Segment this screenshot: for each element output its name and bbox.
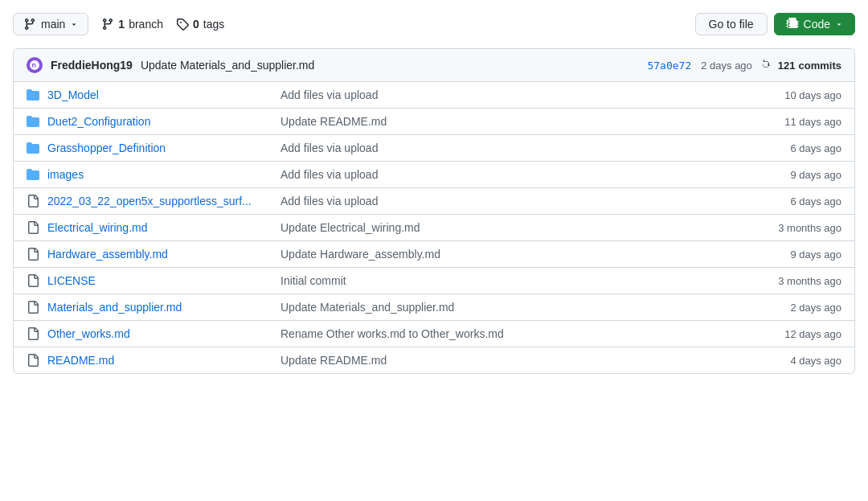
file-commit-message: Add files via upload	[280, 142, 729, 154]
file-name[interactable]: LICENSE	[47, 274, 272, 287]
file-time: 10 days ago	[737, 89, 841, 101]
file-icon	[27, 195, 39, 207]
file-icon	[27, 301, 39, 314]
commit-header: FreddieHong19 Update Materials_and_suppl…	[14, 49, 854, 82]
code-chevron-icon	[835, 20, 843, 28]
top-bar-right: Go to file Code	[695, 13, 856, 35]
branch-selector[interactable]: main	[13, 13, 88, 35]
commit-hash[interactable]: 57a0e72	[647, 60, 691, 72]
file-time: 12 days ago	[737, 328, 841, 340]
table-row: README.mdUpdate README.md4 days ago	[14, 347, 854, 373]
commit-message: Update Materials_and_supplier.md	[141, 59, 640, 72]
file-time: 6 days ago	[737, 142, 841, 154]
tag-icon	[176, 18, 189, 31]
top-bar: main 1 branch 0 tags Go to file Cod	[13, 13, 855, 35]
file-commit-message: Add files via upload	[280, 88, 729, 101]
file-name[interactable]: Materials_and_supplier.md	[47, 301, 272, 314]
table-row: Electrical_wiring.mdUpdate Electrical_wi…	[14, 215, 854, 241]
file-commit-message: Initial commit	[280, 274, 729, 287]
table-row: imagesAdd files via upload9 days ago	[14, 162, 854, 188]
file-time: 4 days ago	[737, 355, 841, 367]
branches-link[interactable]: 1 branch	[101, 18, 163, 31]
avatar	[27, 57, 43, 73]
file-table: FreddieHong19 Update Materials_and_suppl…	[13, 48, 855, 374]
table-row: LICENSEInitial commit3 months ago	[14, 268, 854, 294]
file-time: 9 days ago	[737, 169, 841, 181]
history-icon	[762, 59, 775, 72]
file-commit-message: Rename Other works.md to Other_works.md	[280, 327, 729, 340]
file-commit-message: Update Electrical_wiring.md	[280, 221, 729, 234]
file-name[interactable]: Hardware_assembly.md	[47, 248, 272, 261]
file-time: 9 days ago	[737, 248, 841, 261]
table-row: Grasshopper_DefinitionAdd files via uplo…	[14, 135, 854, 162]
file-commit-message: Update Materials_and_supplier.md	[280, 301, 729, 314]
file-commit-message: Add files via upload	[280, 168, 729, 181]
table-row: 2022_03_22_open5x_supportless_surf...Add…	[14, 188, 854, 215]
file-name[interactable]: README.md	[47, 354, 272, 367]
folder-icon	[27, 115, 39, 128]
file-commit-message: Update README.md	[280, 115, 729, 128]
file-icon	[27, 248, 39, 261]
file-icon	[27, 274, 39, 287]
file-time: 6 days ago	[737, 195, 841, 207]
table-row: 3D_ModelAdd files via upload10 days ago	[14, 82, 854, 109]
file-name[interactable]: 2022_03_22_open5x_supportless_surf...	[47, 195, 272, 207]
branch-name: main	[41, 18, 65, 31]
code-icon	[786, 18, 799, 31]
branches-icon	[101, 18, 114, 31]
chevron-down-icon	[70, 20, 78, 28]
tags-text: tags	[203, 18, 224, 31]
folder-icon	[27, 168, 39, 181]
tags-link[interactable]: 0 tags	[176, 18, 224, 31]
file-name[interactable]: Other_works.md	[47, 327, 272, 340]
file-name[interactable]: images	[47, 168, 272, 181]
branches-text: branch	[129, 18, 163, 31]
code-label: Code	[804, 18, 830, 31]
tags-count: 0	[193, 18, 199, 31]
file-rows-container: 3D_ModelAdd files via upload10 days ago …	[14, 82, 854, 373]
branches-count: 1	[118, 18, 125, 31]
commit-author[interactable]: FreddieHong19	[51, 59, 133, 72]
commits-count-wrapper[interactable]: 121 commits	[762, 59, 841, 72]
file-time: 3 months ago	[737, 222, 841, 234]
commit-meta: 57a0e72 2 days ago 121 commits	[647, 59, 841, 72]
file-name[interactable]: Electrical_wiring.md	[47, 221, 272, 234]
file-name[interactable]: Duet2_Configuration	[47, 115, 272, 128]
file-commit-message: Update README.md	[280, 354, 729, 367]
file-time: 11 days ago	[737, 116, 841, 128]
commits-number: 121	[778, 60, 796, 72]
go-to-file-button[interactable]: Go to file	[695, 13, 768, 35]
file-commit-message: Update Hardware_assembly.md	[280, 248, 729, 261]
file-time: 3 months ago	[737, 275, 841, 287]
table-row: Materials_and_supplier.mdUpdate Material…	[14, 294, 854, 321]
commits-label: commits	[799, 60, 841, 72]
folder-icon	[27, 88, 39, 101]
folder-icon	[27, 142, 39, 154]
branch-icon	[23, 18, 36, 31]
file-name[interactable]: 3D_Model	[47, 88, 272, 101]
file-name[interactable]: Grasshopper_Definition	[47, 142, 272, 154]
file-time: 2 days ago	[737, 302, 841, 314]
top-bar-left: main 1 branch 0 tags	[13, 13, 224, 35]
code-button[interactable]: Code	[774, 13, 855, 35]
table-row: Hardware_assembly.mdUpdate Hardware_asse…	[14, 241, 854, 268]
file-icon	[27, 354, 39, 367]
file-icon	[27, 327, 39, 340]
file-commit-message: Add files via upload	[280, 195, 729, 207]
table-row: Other_works.mdRename Other works.md to O…	[14, 321, 854, 347]
table-row: Duet2_ConfigurationUpdate README.md11 da…	[14, 109, 854, 135]
file-icon	[27, 221, 39, 234]
commit-time: 2 days ago	[701, 60, 752, 72]
